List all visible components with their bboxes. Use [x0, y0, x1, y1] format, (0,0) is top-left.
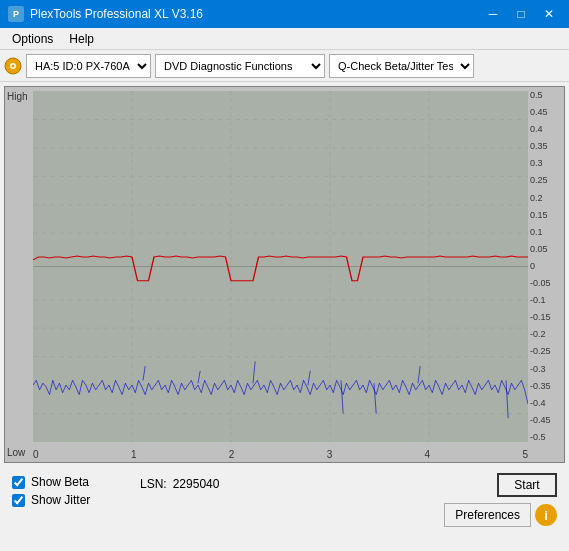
menu-bar: Options Help	[0, 28, 569, 50]
close-button[interactable]: ✕	[537, 4, 561, 24]
menu-options[interactable]: Options	[4, 30, 61, 48]
preferences-row: Preferences i	[444, 503, 557, 527]
show-jitter-row: Show Jitter	[12, 493, 132, 507]
drive-selector-group: HA:5 ID:0 PX-760A	[4, 54, 151, 78]
lsn-label: LSN:	[140, 477, 167, 491]
svg-point-2	[12, 64, 15, 67]
function-dropdown[interactable]: DVD Diagnostic Functions	[155, 54, 325, 78]
preferences-button[interactable]: Preferences	[444, 503, 531, 527]
show-beta-label: Show Beta	[31, 475, 89, 489]
chart-x-labels: 0 1 2 3 4 5	[33, 449, 528, 460]
bottom-panel: Show Beta Show Jitter LSN: 2295040 Start…	[4, 467, 565, 547]
buttons-area: Start Preferences i	[444, 473, 557, 527]
show-beta-row: Show Beta	[12, 475, 132, 489]
toolbar: HA:5 ID:0 PX-760A DVD Diagnostic Functio…	[0, 50, 569, 82]
show-jitter-label: Show Jitter	[31, 493, 90, 507]
chart-right-labels: 0.5 0.45 0.4 0.35 0.3 0.25 0.2 0.15 0.1 …	[530, 91, 562, 442]
window-controls: ─ □ ✕	[481, 4, 561, 24]
chart-area: High Low	[4, 86, 565, 463]
main-content: High Low	[0, 82, 569, 551]
show-beta-checkbox[interactable]	[12, 476, 25, 489]
minimize-button[interactable]: ─	[481, 4, 505, 24]
chart-left-labels: High Low	[7, 91, 28, 458]
lsn-value: 2295040	[173, 477, 220, 491]
app-title: PlexTools Professional XL V3.16	[30, 7, 481, 21]
menu-help[interactable]: Help	[61, 30, 102, 48]
drive-icon	[4, 57, 22, 75]
info-button[interactable]: i	[535, 504, 557, 526]
chart-svg	[33, 91, 528, 442]
drive-dropdown[interactable]: HA:5 ID:0 PX-760A	[26, 54, 151, 78]
chart-canvas	[33, 91, 528, 442]
start-button[interactable]: Start	[497, 473, 557, 497]
app-icon: P	[8, 6, 24, 22]
show-jitter-checkbox[interactable]	[12, 494, 25, 507]
test-dropdown[interactable]: Q-Check Beta/Jitter Test	[329, 54, 474, 78]
maximize-button[interactable]: □	[509, 4, 533, 24]
title-bar: P PlexTools Professional XL V3.16 ─ □ ✕	[0, 0, 569, 28]
checkbox-group: Show Beta Show Jitter	[12, 473, 132, 507]
lsn-area: LSN: 2295040	[140, 473, 219, 491]
